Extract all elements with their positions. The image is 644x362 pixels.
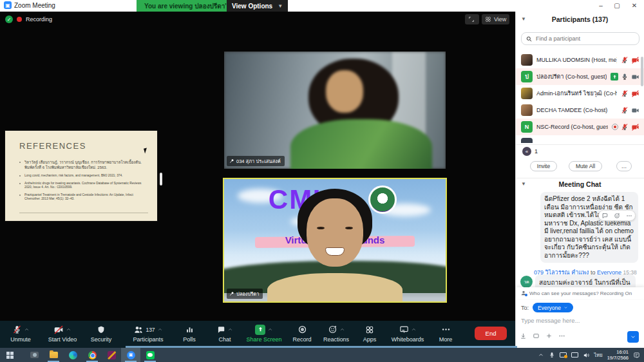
recipient-selector[interactable]: Everyone (533, 303, 573, 312)
invite-button[interactable]: Invite (530, 161, 557, 171)
camera-icon (30, 352, 39, 358)
video-tile-speaker[interactable]: CMU Virtual Grand Rounds ปลองปรีดา (223, 178, 447, 303)
share-screen-button[interactable]: Share Screen (243, 324, 285, 343)
whiteboards-button[interactable]: Whiteboards (385, 324, 430, 343)
search-input[interactable] (536, 33, 636, 44)
taskbar-chrome[interactable] (82, 348, 102, 362)
app-icon (108, 351, 116, 359)
chat-more-icon[interactable] (558, 332, 565, 339)
start-button[interactable] (0, 348, 19, 362)
language-indicator[interactable]: ไทย (594, 351, 603, 359)
start-video-label: Start Video (42, 336, 83, 343)
more-button[interactable]: More (425, 324, 466, 343)
security-button[interactable]: Security (80, 324, 122, 343)
participants-label: Participants (124, 336, 173, 343)
taskbar-file-explorer[interactable] (44, 348, 63, 362)
participant-row[interactable]: MULLIKA UDOMSIN (Host, me) (516, 52, 644, 68)
line-icon (146, 351, 155, 359)
emoji-icon[interactable] (614, 213, 620, 219)
chat-toolbar (520, 332, 565, 339)
apps-icon (365, 325, 374, 334)
chevron-up-icon[interactable] (66, 327, 71, 332)
participant-search-box[interactable] (521, 32, 639, 45)
add-icon[interactable] (545, 332, 553, 339)
participants-button[interactable]: 137 Participants (124, 324, 173, 343)
view-button[interactable]: View (482, 14, 509, 24)
chevron-up-icon[interactable] (227, 327, 233, 332)
scroll-to-latest-button[interactable] (627, 331, 639, 343)
tray-expand-icon[interactable] (538, 352, 544, 358)
start-video-button[interactable]: Start Video (42, 324, 83, 343)
chevron-down-icon[interactable]: ▼ (278, 3, 283, 9)
unmute-button[interactable]: Unmute (0, 324, 41, 343)
person-icon (520, 290, 527, 296)
taskbar-edge[interactable] (63, 348, 82, 362)
video-tile-primary[interactable]: 034 สุภา ประเสนสงค์ (224, 52, 446, 169)
file-icon[interactable] (520, 332, 527, 339)
more-icon[interactable] (626, 213, 632, 219)
window-title-area: ▣ Zoom Meeting (4, 1, 55, 9)
apps-button[interactable]: Apps (349, 324, 390, 343)
reply-icon[interactable] (601, 213, 608, 219)
participant-row[interactable]: DECHA TAMDEE (Co-host) (516, 102, 644, 119)
participant-row[interactable] (516, 135, 644, 143)
chat-input[interactable] (521, 317, 637, 324)
tray-volume-icon[interactable] (583, 352, 590, 359)
participant-name: NSC-Record (Co-host, guest) (536, 124, 608, 130)
participants-more-button[interactable]: … (616, 161, 632, 171)
mic-muted-icon (621, 123, 629, 131)
chevron-up-icon[interactable] (157, 327, 163, 332)
zoom-icon: ▣ (127, 351, 135, 359)
view-options-button[interactable]: View Options ▼ (227, 0, 288, 12)
bar-chart-icon (185, 325, 194, 334)
participant-row[interactable]: ป ปลองปรีดา (Co-host, guest) (516, 68, 644, 85)
whiteboards-label: Whiteboards (385, 336, 430, 343)
participants-collapse-chevron[interactable]: ▼ (521, 16, 526, 22)
recording-dot-icon (17, 17, 22, 22)
taskbar-zoom[interactable]: ▣ (121, 348, 140, 362)
fullscreen-button[interactable] (465, 14, 479, 24)
mic-muted-icon (621, 106, 629, 114)
screenshot-icon[interactable] (533, 332, 540, 339)
notification-center-icon[interactable] (633, 352, 640, 359)
taskbar-camera-app[interactable] (24, 348, 44, 362)
privacy-notice-text[interactable]: Who can see your messages? Recording On (529, 291, 632, 296)
close-button[interactable]: ✕ (629, 1, 639, 10)
more-dots-icon (441, 325, 451, 334)
meeting-chat-header: Meeting Chat (516, 180, 644, 188)
participant-row[interactable]: Admin-เอกนรินทร์ ไชยวุฒิ (Co-host) (516, 85, 644, 102)
chevron-up-icon[interactable] (411, 327, 417, 332)
avatar (521, 54, 533, 66)
end-meeting-button[interactable]: End (475, 327, 507, 340)
windows-taskbar: ▣ ไทย 16:01 19/7/2566 (0, 348, 644, 362)
minimize-button[interactable]: – (596, 1, 606, 10)
avatar: N (521, 121, 533, 133)
tray-network-icon[interactable] (571, 352, 578, 357)
participants-scrollbar[interactable] (641, 57, 643, 86)
chevron-up-icon[interactable] (24, 327, 30, 332)
chevron-up-icon[interactable] (339, 327, 345, 332)
video-on-icon (631, 106, 639, 115)
tray-mic-icon[interactable] (549, 352, 555, 358)
chat-button[interactable]: Chat (204, 324, 245, 343)
layout-grid-icon (485, 16, 491, 23)
chevron-up-icon[interactable] (267, 327, 273, 332)
avatar (521, 88, 533, 99)
chat-collapse-chevron[interactable]: ▼ (521, 181, 526, 187)
record-icon (298, 325, 307, 334)
search-icon (526, 35, 533, 43)
video-off-icon (631, 90, 639, 98)
participant-row[interactable]: N NSC-Record (Co-host, guest) (516, 119, 644, 135)
divider (516, 178, 644, 178)
taskbar-line[interactable] (140, 348, 160, 362)
tray-screen-share-icon[interactable] (560, 352, 567, 357)
reference-item: Long covid, mechanism, risk factors, and… (19, 174, 148, 178)
time: 16:01 (607, 349, 629, 355)
share-screen-label: Share Screen (243, 336, 285, 343)
clock[interactable]: 16:01 19/7/2566 (607, 349, 629, 361)
reference-item: Praziquantel Treatment in Trematode and … (19, 193, 148, 201)
mute-all-button[interactable]: Mute All (569, 161, 602, 171)
taskbar-app-purple[interactable] (102, 348, 121, 362)
title-bar: ▣ Zoom Meeting You are viewing ปลองปรีดา… (0, 0, 644, 12)
maximize-button[interactable]: ▢ (612, 1, 622, 10)
